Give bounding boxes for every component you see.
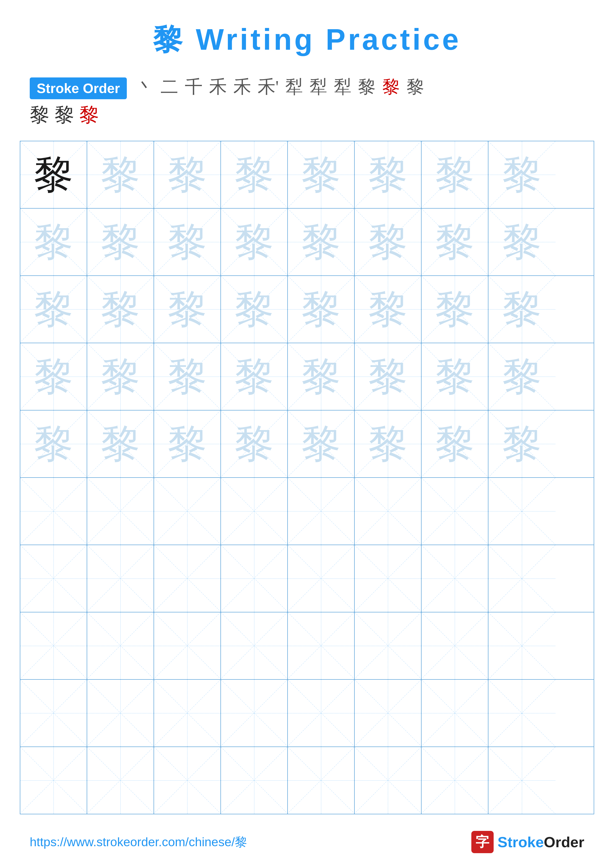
stroke-10: 黎 [356,75,378,99]
grid-row-6 [20,478,594,545]
practice-char: 黎 [168,424,207,464]
stroke-4: 禾 [207,75,229,99]
grid-cell-empty[interactable] [154,478,221,545]
grid-cell-empty[interactable] [355,747,421,814]
practice-char: 黎 [168,155,207,194]
grid-cell-empty[interactable] [488,612,555,679]
practice-char: 黎 [301,155,341,194]
practice-char: 黎 [34,357,73,397]
grid-cell: 黎 [421,411,488,477]
stroke-11: 黎 [380,75,402,99]
grid-cell-empty[interactable] [288,612,355,679]
practice-char: 黎 [502,424,542,464]
grid-cell-empty[interactable] [221,680,288,747]
footer-logo-text: StrokeOrder [497,834,584,851]
grid-cell-empty[interactable] [488,747,555,814]
grid-cell-empty[interactable] [87,612,154,679]
grid-cell-empty[interactable] [221,747,288,814]
grid-cell-empty[interactable] [20,680,87,747]
grid-cell-empty[interactable] [154,747,221,814]
grid-cell-empty[interactable] [221,478,288,545]
practice-char: 黎 [368,222,408,262]
grid-cell-empty[interactable] [221,612,288,679]
grid-row-3: 黎 黎 黎 黎 黎 黎 黎 黎 [20,276,594,343]
grid-cell-empty[interactable] [488,545,555,612]
grid-cell: 黎 [355,209,421,275]
stroke-order-badge: Stroke Order [30,78,127,99]
stroke-2: 二 [159,75,180,99]
stroke-r2-3: 黎 [79,102,99,129]
grid-row-4: 黎 黎 黎 黎 黎 黎 黎 黎 [20,343,594,411]
grid-cell-empty[interactable] [20,612,87,679]
grid-cell-empty[interactable] [20,545,87,612]
grid-cell-empty[interactable] [355,478,421,545]
grid-cell-empty[interactable] [355,545,421,612]
stroke-3: 千 [183,75,205,99]
grid-cell: 黎 [288,209,355,275]
stroke-1: 丶 [134,75,156,99]
grid-cell-empty[interactable] [421,545,488,612]
grid-cell-empty[interactable] [355,680,421,747]
grid-cell: 黎 [221,209,288,275]
grid-cell-empty[interactable] [87,747,154,814]
grid-cell-empty[interactable] [221,545,288,612]
grid-cell: 黎 [288,141,355,208]
grid-cell: 黎 [421,343,488,410]
stroke-sequence: 丶 二 千 禾 禾 禾' 犁 犁 犁 黎 黎 黎 [134,75,426,99]
grid-cell-empty[interactable] [421,612,488,679]
grid-row-7 [20,545,594,612]
grid-cell-empty[interactable] [421,478,488,545]
grid-cell: 黎 [488,141,555,208]
stroke-8: 犁 [307,75,329,99]
grid-cell: 黎 [488,209,555,275]
grid-cell-empty[interactable] [288,545,355,612]
practice-char: 黎 [502,155,542,194]
grid-cell: 黎 [154,411,221,477]
grid-cell-empty[interactable] [87,545,154,612]
grid-row-10 [20,747,594,814]
grid-cell: 黎 [355,411,421,477]
grid-cell: 黎 [221,276,288,343]
practice-char: 黎 [301,290,341,329]
grid-cell-empty[interactable] [355,612,421,679]
grid-cell-empty[interactable] [488,680,555,747]
grid-row-1: 黎 黎 黎 黎 黎 黎 黎 [20,141,594,209]
practice-char: 黎 [34,290,73,329]
practice-char: 黎 [502,222,542,262]
grid-cell-empty[interactable] [421,680,488,747]
practice-char: 黎 [301,424,341,464]
practice-char: 黎 [435,222,474,262]
grid-cell: 黎 [87,276,154,343]
grid-cell: 黎 [355,141,421,208]
practice-char: 黎 [234,424,274,464]
grid-cell-empty[interactable] [488,478,555,545]
grid-cell-empty[interactable] [87,680,154,747]
grid-cell-empty[interactable] [288,680,355,747]
practice-char: 黎 [368,290,408,329]
grid-cell: 黎 [488,411,555,477]
grid-cell: 黎 [488,343,555,410]
stroke-5: 禾 [231,75,253,99]
grid-cell: 黎 [488,276,555,343]
grid-cell-empty[interactable] [154,545,221,612]
grid-cell: 黎 [87,343,154,410]
grid-cell-empty[interactable] [20,478,87,545]
stroke-order-section: Stroke Order 丶 二 千 禾 禾 禾' 犁 犁 犁 黎 黎 黎 [0,60,614,99]
stroke-r2-1: 黎 [30,102,50,129]
grid-cell-empty[interactable] [154,680,221,747]
grid-cell-empty[interactable] [87,478,154,545]
practice-char: 黎 [34,222,73,262]
practice-char: 黎 [368,155,408,194]
footer: https://www.strokeorder.com/chinese/黎 字 … [0,831,614,853]
grid-cell-empty[interactable] [421,747,488,814]
grid-cell: 黎 [288,343,355,410]
practice-char: 黎 [234,357,274,397]
grid-cell-empty[interactable] [288,478,355,545]
practice-char: 黎 [502,357,542,397]
grid-cell-empty[interactable] [154,612,221,679]
stroke-row2: 黎 黎 黎 [0,99,614,129]
grid-cell-empty[interactable] [288,747,355,814]
footer-url-link[interactable]: https://www.strokeorder.com/chinese/黎 [30,834,247,851]
grid-cell-empty[interactable] [20,747,87,814]
practice-char: 黎 [101,155,140,194]
